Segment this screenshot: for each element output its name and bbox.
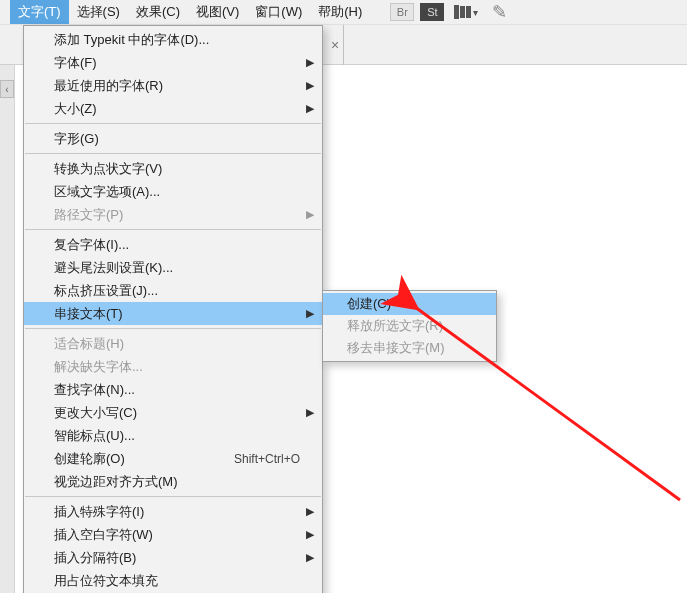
menuitem-find-font[interactable]: 查找字体(N)... (24, 378, 322, 401)
menu-window[interactable]: 窗口(W) (247, 0, 310, 24)
submenu-label: 移去串接文字(M) (347, 339, 445, 357)
menuitem-label: 避头尾法则设置(K)... (54, 259, 300, 277)
menuitem-mojikumi-settings[interactable]: 标点挤压设置(J)... (24, 279, 322, 302)
menu-help[interactable]: 帮助(H) (310, 0, 370, 24)
icon-label: Br (397, 6, 408, 18)
collapse-tab-icon[interactable]: ‹ (0, 80, 14, 98)
menuitem-convert-point-type[interactable]: 转换为点状文字(V) (24, 157, 322, 180)
submenu-arrow-icon: ▶ (306, 505, 314, 518)
menuitem-font[interactable]: 字体(F)▶ (24, 51, 322, 74)
menuitem-label: 智能标点(U)... (54, 427, 300, 445)
menuitem-label: 查找字体(N)... (54, 381, 300, 399)
bridge-icon[interactable]: Br (390, 3, 414, 21)
layout-bar (460, 6, 465, 18)
menu-separator (25, 328, 321, 329)
menu-separator (25, 123, 321, 124)
menuitem-resolve-missing-fonts: 解决缺失字体... (24, 355, 322, 378)
menuitem-label: 插入分隔符(B) (54, 549, 300, 567)
menuitem-insert-special-char[interactable]: 插入特殊字符(I)▶ (24, 500, 322, 523)
menuitem-label: 字形(G) (54, 130, 300, 148)
icon-label: St (427, 6, 437, 18)
menuitem-area-type-options[interactable]: 区域文字选项(A)... (24, 180, 322, 203)
menuitem-label: 适合标题(H) (54, 335, 300, 353)
menuitem-path-type: 路径文字(P)▶ (24, 203, 322, 226)
menuitem-recent-fonts[interactable]: 最近使用的字体(R)▶ (24, 74, 322, 97)
menuitem-add-typekit-fonts[interactable]: 添加 Typekit 中的字体(D)... (24, 28, 322, 51)
chevron-down-icon[interactable]: ▾ (473, 7, 478, 18)
menuitem-label: 创建轮廓(O) (54, 450, 234, 468)
submenu-arrow-icon: ▶ (306, 307, 314, 320)
menuitem-smart-punctuation[interactable]: 智能标点(U)... (24, 424, 322, 447)
ruler-strip (0, 65, 15, 593)
menubar: 文字(T) 选择(S) 效果(C) 视图(V) 窗口(W) 帮助(H) Br S… (0, 0, 687, 25)
divider (343, 25, 344, 65)
submenu-arrow-icon: ▶ (306, 551, 314, 564)
menu-text[interactable]: 文字(T) (10, 0, 69, 24)
submenu-label: 创建(C) (347, 295, 391, 313)
close-tab-icon[interactable]: × (331, 37, 339, 53)
menu-label: 选择(S) (77, 4, 120, 19)
menu-label: 窗口(W) (255, 4, 302, 19)
menuitem-label: 转换为点状文字(V) (54, 160, 300, 178)
layout-bar (466, 6, 471, 18)
menu-view[interactable]: 视图(V) (188, 0, 247, 24)
workspace-layout-icon[interactable] (454, 5, 471, 19)
menuitem-label: 解决缺失字体... (54, 358, 300, 376)
menuitem-label: 标点挤压设置(J)... (54, 282, 300, 300)
submenu-release-selection: 释放所选文字(R) (323, 315, 496, 337)
menuitem-create-outlines[interactable]: 创建轮廓(O)Shift+Ctrl+O (24, 447, 322, 470)
text-menu-dropdown: 添加 Typekit 中的字体(D)... 字体(F)▶ 最近使用的字体(R)▶… (23, 25, 323, 593)
menu-select[interactable]: 选择(S) (69, 0, 128, 24)
menuitem-composite-fonts[interactable]: 复合字体(I)... (24, 233, 322, 256)
menu-effect[interactable]: 效果(C) (128, 0, 188, 24)
menuitem-label: 区域文字选项(A)... (54, 183, 300, 201)
menuitem-label: 插入特殊字符(I) (54, 503, 300, 521)
menuitem-label: 复合字体(I)... (54, 236, 300, 254)
menuitem-change-case[interactable]: 更改大小写(C)▶ (24, 401, 322, 424)
menuitem-insert-whitespace-char[interactable]: 插入空白字符(W)▶ (24, 523, 322, 546)
menuitem-fill-placeholder-text[interactable]: 用占位符文本填充 (24, 569, 322, 592)
stock-icon[interactable]: St (420, 3, 444, 21)
submenu-arrow-icon: ▶ (306, 79, 314, 92)
menuitem-glyphs[interactable]: 字形(G) (24, 127, 322, 150)
menuitem-label: 最近使用的字体(R) (54, 77, 300, 95)
menuitem-label: 插入空白字符(W) (54, 526, 300, 544)
menuitem-label: 视觉边距对齐方式(M) (54, 473, 300, 491)
menuitem-label: 路径文字(P) (54, 206, 300, 224)
menu-separator (25, 153, 321, 154)
layout-bar (454, 5, 459, 19)
menuitem-size[interactable]: 大小(Z)▶ (24, 97, 322, 120)
menu-label: 帮助(H) (318, 4, 362, 19)
menuitem-insert-break-char[interactable]: 插入分隔符(B)▶ (24, 546, 322, 569)
submenu-arrow-icon: ▶ (306, 102, 314, 115)
submenu-remove-threading: 移去串接文字(M) (323, 337, 496, 359)
submenu-arrow-icon: ▶ (306, 208, 314, 221)
menuitem-fit-headline: 适合标题(H) (24, 332, 322, 355)
submenu-arrow-icon: ▶ (306, 406, 314, 419)
menuitem-shortcut: Shift+Ctrl+O (234, 452, 300, 466)
menuitem-label: 添加 Typekit 中的字体(D)... (54, 31, 300, 49)
menu-separator (25, 229, 321, 230)
menuitem-label: 字体(F) (54, 54, 300, 72)
menuitem-label: 串接文本(T) (54, 305, 300, 323)
submenu-create[interactable]: 创建(C) (323, 293, 496, 315)
feather-icon[interactable]: ✎ (492, 1, 507, 23)
menu-label: 效果(C) (136, 4, 180, 19)
menuitem-kinsoku-settings[interactable]: 避头尾法则设置(K)... (24, 256, 322, 279)
menuitem-label: 大小(Z) (54, 100, 300, 118)
menu-label: 视图(V) (196, 4, 239, 19)
menuitem-label: 用占位符文本填充 (54, 572, 300, 590)
threaded-text-submenu: 创建(C) 释放所选文字(R) 移去串接文字(M) (322, 290, 497, 362)
menuitem-threaded-text[interactable]: 串接文本(T)▶ (24, 302, 322, 325)
menu-separator (25, 496, 321, 497)
submenu-label: 释放所选文字(R) (347, 317, 443, 335)
menuitem-label: 更改大小写(C) (54, 404, 300, 422)
menu-label: 文字(T) (18, 4, 61, 19)
menuitem-optical-margin-alignment[interactable]: 视觉边距对齐方式(M) (24, 470, 322, 493)
submenu-arrow-icon: ▶ (306, 56, 314, 69)
submenu-arrow-icon: ▶ (306, 528, 314, 541)
